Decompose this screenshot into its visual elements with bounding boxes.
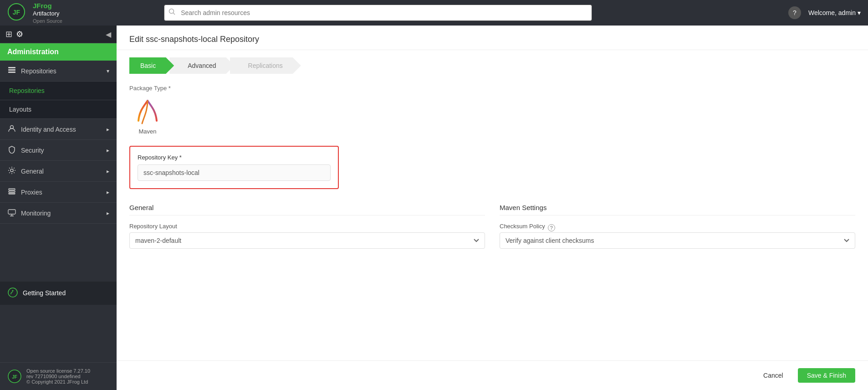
- tab-replications[interactable]: Replications: [230, 57, 301, 74]
- form-content: Package Type *: [117, 74, 868, 360]
- brand-edition: Open Source: [33, 18, 62, 24]
- svg-rect-4: [8, 67, 15, 68]
- copyright: © Copyright 2021 JFrog Ltd: [26, 379, 90, 385]
- checksum-policy-label: Checksum Policy: [500, 223, 545, 230]
- chevron-icon: ▸: [107, 126, 109, 133]
- collapse-sidebar-icon[interactable]: ◀: [106, 30, 111, 39]
- footer-actions: Cancel Save & Finish: [117, 360, 868, 390]
- main-content: Edit ssc-snapshots-local Repository Basi…: [117, 26, 868, 390]
- maven-section: Maven Settings Checksum Policy ? Verify …: [500, 204, 855, 249]
- svg-rect-5: [8, 69, 15, 71]
- page-header: Edit ssc-snapshots-local Repository: [117, 26, 868, 50]
- sidebar-item-repositories-sub[interactable]: Repositories: [0, 82, 117, 100]
- monitoring-icon: [7, 208, 16, 218]
- admin-section-header: Administration: [0, 43, 117, 61]
- general-section: General Repository Layout maven-2-defaul…: [129, 204, 485, 249]
- checksum-help-icon[interactable]: ?: [548, 224, 555, 231]
- sidebar-item-layouts[interactable]: Layouts: [0, 100, 117, 119]
- topbar-right: ? Welcome, admin ▾: [788, 6, 861, 19]
- getting-started-icon: [7, 287, 18, 299]
- monitoring-label: Monitoring: [21, 210, 51, 217]
- general-section-title: General: [129, 204, 485, 216]
- svg-rect-9: [9, 189, 15, 190]
- repo-key-input[interactable]: [138, 164, 331, 181]
- help-button[interactable]: ?: [788, 6, 801, 19]
- chevron-icon: ▸: [107, 168, 109, 174]
- security-label: Security: [21, 147, 44, 154]
- svg-rect-11: [9, 193, 15, 194]
- repo-layout-label: Repository Layout: [129, 223, 485, 230]
- chevron-icon: ▸: [107, 147, 109, 154]
- identity-icon: [7, 124, 16, 134]
- chevron-icon: ▸: [107, 210, 109, 216]
- search-icon: [168, 8, 176, 17]
- svg-text:JF: JF: [12, 375, 17, 380]
- identity-label: Identity and Access: [21, 126, 76, 133]
- repo-key-section: Repository Key *: [129, 146, 339, 189]
- security-icon: [7, 145, 16, 155]
- svg-point-2: [169, 9, 174, 14]
- svg-text:JF: JF: [13, 9, 20, 16]
- sidebar-item-security[interactable]: Security ▸: [0, 140, 117, 161]
- maven-icon: [135, 97, 160, 126]
- brand-name: JFrog: [33, 1, 62, 10]
- svg-point-15: [8, 288, 17, 297]
- sidebar-item-getting-started[interactable]: Getting Started: [0, 282, 117, 305]
- search-bar: [164, 5, 592, 21]
- maven-section-title: Maven Settings: [500, 204, 855, 216]
- brand-product: Artifactory: [33, 10, 62, 18]
- svg-rect-10: [9, 191, 15, 192]
- svg-point-8: [10, 169, 13, 172]
- user-menu[interactable]: Welcome, admin ▾: [808, 9, 861, 16]
- page-title: Edit ssc-snapshots-local Repository: [129, 35, 855, 44]
- maven-label: Maven: [138, 128, 156, 135]
- admin-label: Administration: [7, 48, 59, 56]
- tab-basic[interactable]: Basic: [129, 57, 174, 74]
- repo-key-label: Repository Key *: [138, 154, 331, 161]
- gear-icon[interactable]: ⚙: [16, 29, 23, 39]
- search-input[interactable]: [164, 5, 592, 21]
- grid-icon[interactable]: ⊞: [5, 29, 12, 39]
- svg-point-16: [12, 290, 14, 291]
- settings-columns: General Repository Layout maven-2-defaul…: [129, 204, 855, 249]
- sidebar-item-monitoring[interactable]: Monitoring ▸: [0, 203, 117, 224]
- save-finish-button[interactable]: Save & Finish: [798, 368, 855, 383]
- chevron-down-icon: ▾: [858, 9, 861, 16]
- chevron-icon: ▾: [107, 68, 109, 74]
- general-icon: [7, 166, 16, 176]
- sidebar-footer: JF Open source license 7.27.10 rev 72710…: [0, 362, 117, 390]
- proxies-label: Proxies: [21, 189, 42, 196]
- svg-line-3: [174, 13, 175, 15]
- wizard-tabs: Basic Advanced Replications: [117, 50, 868, 74]
- sidebar-item-identity[interactable]: Identity and Access ▸: [0, 119, 117, 140]
- package-type-maven: Maven: [129, 97, 166, 135]
- sidebar-icons-bar: ⊞ ⚙ ◀: [0, 26, 117, 43]
- topbar: JF JFrog Artifactory Open Source ? Welco…: [0, 0, 868, 26]
- sidebar-item-repositories[interactable]: Repositories ▾: [0, 61, 117, 82]
- chevron-icon: ▸: [107, 189, 109, 195]
- sidebar-item-proxies[interactable]: Proxies ▸: [0, 182, 117, 203]
- repo-layout-select[interactable]: maven-2-default maven-1-default ivy-defa…: [129, 232, 485, 249]
- jfrog-footer-logo: JF: [7, 369, 22, 384]
- brand-text: JFrog Artifactory Open Source: [33, 1, 62, 25]
- svg-rect-6: [8, 72, 15, 73]
- package-type-label: Package Type *: [129, 85, 855, 92]
- checksum-policy-select[interactable]: Verify against client checksums Generate…: [500, 232, 855, 249]
- cancel-button[interactable]: Cancel: [754, 368, 792, 383]
- tab-advanced[interactable]: Advanced: [169, 57, 234, 74]
- svg-rect-12: [8, 210, 15, 214]
- rev-info: rev 72710900 undefined: [26, 374, 90, 379]
- repositories-label: Repositories: [21, 67, 56, 75]
- sidebar-item-general[interactable]: General ▸: [0, 161, 117, 182]
- proxies-icon: [7, 187, 16, 197]
- repositories-sub-label: Repositories: [9, 87, 45, 94]
- getting-started-label: Getting Started: [23, 289, 66, 297]
- general-label: General: [21, 168, 44, 175]
- layouts-label: Layouts: [9, 106, 31, 113]
- sidebar: ⊞ ⚙ ◀ Administration Repositories ▾ Repo…: [0, 26, 117, 390]
- version-info: Open source license 7.27.10: [26, 368, 90, 374]
- brand: JF: [7, 3, 26, 23]
- repositories-icon: [7, 66, 16, 76]
- jfrog-logo: JF: [7, 3, 26, 21]
